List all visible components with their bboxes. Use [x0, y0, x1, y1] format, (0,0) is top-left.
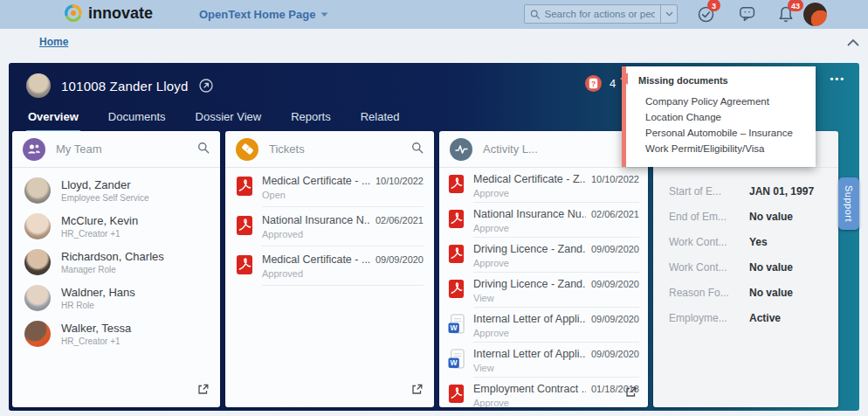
member-avatar [24, 321, 51, 347]
tab-documents[interactable]: Documents [107, 110, 168, 133]
member-avatar [24, 285, 51, 311]
word-file-icon: W [448, 348, 465, 378]
chat-button[interactable] [739, 5, 758, 24]
search-scope-dropdown[interactable] [660, 5, 677, 23]
approvals-button[interactable]: 3 [697, 5, 716, 24]
popup-item[interactable]: Personal Automobile – Insurance [638, 125, 805, 141]
detail-field: End of Em... No value [653, 204, 838, 229]
team-member-row[interactable]: Richardson, Charles Manager Role [12, 244, 220, 280]
question-glyph: ? [591, 80, 596, 88]
workspace-label: OpenText Home Page [199, 8, 315, 21]
breadcrumb-home-link[interactable]: Home [39, 36, 68, 48]
support-tab[interactable]: Support [838, 177, 859, 230]
popup-item[interactable]: Work Permit/Eligibility/Visa [638, 141, 805, 156]
my-team-search-icon[interactable] [197, 142, 210, 157]
activity-list: Medical Certificate - Z... 10/10/2022 Ap… [439, 168, 648, 407]
ticket-row[interactable]: National Insurance N... 02/06/2021 Appro… [225, 207, 434, 246]
tab-overview[interactable]: Overview [26, 110, 80, 133]
my-team-open-icon[interactable] [196, 383, 210, 399]
search-field[interactable] [525, 5, 660, 23]
pdf-file-icon [448, 383, 465, 407]
detail-field: Start of E... JAN 01, 1997 [653, 178, 838, 204]
innovate-logo[interactable]: innovate [63, 3, 153, 24]
missing-documents-button[interactable]: ? 4 [585, 75, 616, 92]
field-value: JAN 01, 1997 [749, 185, 814, 198]
field-value: Active [749, 312, 781, 324]
field-value: No value [749, 261, 793, 274]
member-name: Walker, Tessa [61, 322, 131, 335]
workspace-menu[interactable]: OpenText Home Page [199, 8, 328, 21]
activity-open-icon[interactable] [624, 385, 637, 402]
activity-header: Activity L... [439, 131, 648, 168]
detail-field: Work Cont... Yes [653, 229, 838, 254]
popup-item[interactable]: Location Change [638, 109, 805, 125]
tickets-open-icon[interactable] [410, 383, 424, 399]
team-member-row[interactable]: McClure, Kevin HR_Creator +1 [12, 208, 220, 244]
activity-action: Approve [473, 258, 639, 268]
employee-avatar[interactable] [26, 73, 51, 98]
pdf-file-icon [236, 175, 253, 207]
field-value: Yes [749, 236, 768, 248]
ticket-status: Approved [262, 268, 424, 279]
tickets-search-icon[interactable] [411, 142, 424, 157]
activity-row[interactable]: Driving Licence - Zand... 09/09/2020 Vie… [439, 273, 648, 308]
team-member-row[interactable]: Lloyd, Zander Employee Self Service [12, 172, 220, 208]
detail-field: Work Cont... No value [653, 254, 838, 280]
pdf-file-icon [236, 214, 253, 246]
employee-title: 101008 Zander Lloyd [61, 79, 189, 94]
activity-row[interactable]: Medical Certificate - Z... 10/10/2022 Ap… [439, 168, 648, 203]
activity-doc-title: Employment Contract ... [473, 383, 586, 395]
my-team-card: My Team Lloyd, Zander Employee Self Serv… [12, 131, 220, 407]
tickets-icon [236, 138, 258, 161]
member-name: Waldner, Hans [61, 286, 135, 299]
chat-icon [739, 5, 758, 23]
svg-text:W: W [451, 323, 458, 332]
detail-field: Employme... Active [653, 305, 838, 330]
ticket-title: National Insurance N... [262, 214, 370, 226]
member-name: McClure, Kevin [61, 214, 138, 227]
tickets-header: Tickets [225, 131, 434, 168]
activity-row[interactable]: W Internal Letter of Appli... 09/09/2020… [439, 308, 648, 343]
popup-item[interactable]: Company Policy Agreement [638, 94, 805, 109]
tab-dossier-view[interactable]: Dossier View [194, 110, 264, 133]
field-label: Work Cont... [669, 236, 749, 248]
chevron-down-icon [665, 11, 673, 17]
activity-row[interactable]: Employment Contract ... 01/18/2018 Appro… [439, 378, 648, 407]
member-avatar [24, 177, 51, 204]
field-label: End of Em... [669, 211, 749, 223]
tab-reports[interactable]: Reports [289, 110, 333, 133]
field-label: Start of E... [669, 185, 749, 198]
member-avatar [24, 249, 51, 275]
activity-row[interactable]: Driving Licence - Zand... 09/09/2020 App… [439, 238, 648, 273]
activity-row[interactable]: W Internal Letter of Appli... 09/09/2020… [439, 343, 648, 378]
tickets-list: Medical Certificate - ... 10/10/2022 Ope… [225, 168, 434, 286]
user-avatar[interactable] [803, 3, 827, 26]
collapse-widget-chevron[interactable] [847, 34, 859, 50]
activity-action: Approve [473, 398, 639, 407]
activity-title: Activity L... [483, 142, 615, 156]
ticket-title: Medical Certificate - ... [262, 253, 370, 266]
team-member-row[interactable]: Waldner, Hans HR Role [12, 280, 220, 315]
member-role: HR Role [61, 301, 135, 310]
activity-row[interactable]: National Insurance Nu... 02/06/2021 Appr… [439, 203, 648, 238]
ticket-row[interactable]: Medical Certificate - ... 09/09/2020 App… [225, 246, 434, 286]
svg-text:W: W [451, 358, 458, 367]
activity-doc-title: Driving Licence - Zand... [473, 243, 586, 255]
team-member-row[interactable]: Walker, Tessa HR_Creator +1 [12, 315, 220, 351]
notifications-button[interactable]: 43 [777, 5, 796, 24]
tab-related[interactable]: Related [359, 110, 402, 133]
widget-row: My Team Lloyd, Zander Employee Self Serv… [9, 131, 859, 407]
member-role: HR_Creator +1 [61, 229, 138, 239]
ticket-row[interactable]: Medical Certificate - ... 10/10/2022 Ope… [225, 168, 434, 207]
field-label: Employme... [669, 312, 749, 324]
details-fields: Start of E... JAN 01, 1997 End of Em... … [653, 168, 838, 330]
member-role: Employee Self Service [61, 193, 149, 203]
detail-field: Reason Fo... No value [653, 280, 838, 305]
my-team-header: My Team [12, 131, 220, 168]
activity-doc-title: Internal Letter of Appli... [473, 313, 586, 325]
ticket-date: 09/09/2020 [375, 254, 424, 265]
search-input[interactable] [545, 9, 656, 19]
header-more-menu[interactable]: ••• [830, 73, 845, 84]
open-profile-icon[interactable] [199, 79, 213, 93]
my-team-list: Lloyd, Zander Employee Self Service McCl… [12, 168, 220, 351]
